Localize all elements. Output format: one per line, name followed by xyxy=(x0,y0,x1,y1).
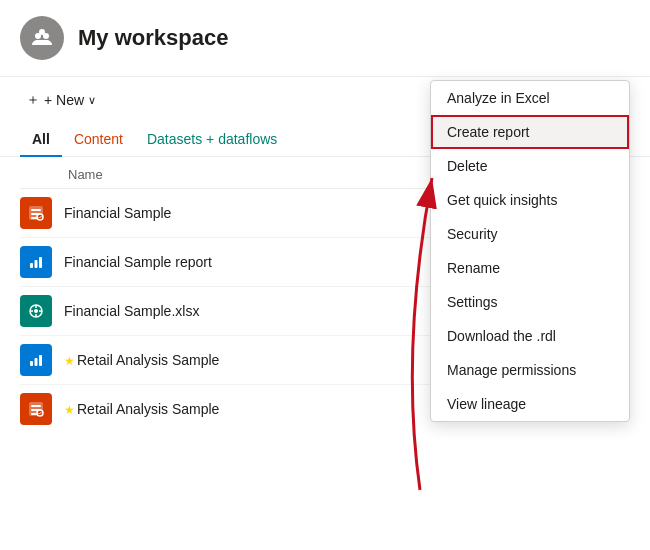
row-icon-financial-report xyxy=(20,246,52,278)
row-icon-retail-report xyxy=(20,344,52,376)
menu-item-create-report[interactable]: Create report xyxy=(431,115,629,149)
row-icon-retail-dataset xyxy=(20,393,52,425)
tab-content[interactable]: Content xyxy=(62,123,135,157)
svg-rect-10 xyxy=(39,257,42,268)
svg-rect-6 xyxy=(31,217,37,219)
tab-datasets[interactable]: Datasets + dataflows xyxy=(135,123,289,157)
menu-item-rename[interactable]: Rename xyxy=(431,251,629,285)
chevron-down-icon: ∨ xyxy=(88,94,96,107)
svg-rect-18 xyxy=(35,358,38,366)
menu-item-view-lineage[interactable]: View lineage xyxy=(431,387,629,421)
context-menu: Analyze in Excel Create report Delete Ge… xyxy=(430,80,630,422)
menu-item-delete[interactable]: Delete xyxy=(431,149,629,183)
menu-item-security[interactable]: Security xyxy=(431,217,629,251)
tab-all[interactable]: All xyxy=(20,123,62,157)
svg-rect-17 xyxy=(30,361,33,366)
svg-rect-19 xyxy=(39,355,42,366)
plus-icon: ＋ xyxy=(26,91,40,109)
row-icon-financial-sample xyxy=(20,197,52,229)
svg-point-12 xyxy=(34,309,38,313)
svg-rect-8 xyxy=(30,263,33,268)
svg-rect-9 xyxy=(35,260,38,268)
row-icon-financial-xlsx xyxy=(20,295,52,327)
svg-point-2 xyxy=(39,29,45,35)
row-label: ★Retail Analysis Sample xyxy=(64,401,485,417)
menu-item-download-rdl[interactable]: Download the .rdl xyxy=(431,319,629,353)
menu-item-quick-insights[interactable]: Get quick insights xyxy=(431,183,629,217)
svg-rect-21 xyxy=(31,405,41,407)
new-label: + New xyxy=(44,92,84,108)
menu-item-manage-permissions[interactable]: Manage permissions xyxy=(431,353,629,387)
new-button[interactable]: ＋ + New ∨ xyxy=(20,87,102,113)
page-title: My workspace xyxy=(78,25,228,51)
svg-rect-4 xyxy=(31,209,41,211)
page-header: My workspace xyxy=(0,0,650,77)
menu-item-analyze-excel[interactable]: Analyze in Excel xyxy=(431,81,629,115)
menu-item-settings[interactable]: Settings xyxy=(431,285,629,319)
avatar xyxy=(20,16,64,60)
svg-rect-23 xyxy=(31,413,37,415)
